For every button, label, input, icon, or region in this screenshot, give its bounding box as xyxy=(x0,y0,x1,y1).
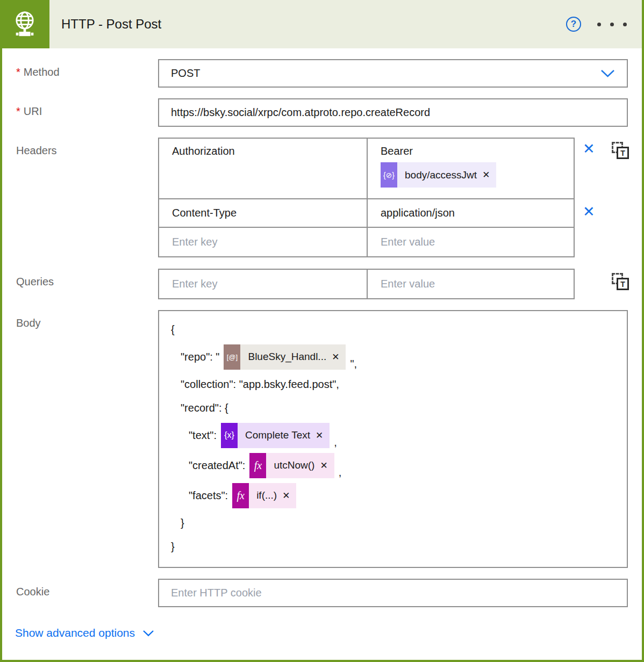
json-text: } xyxy=(171,541,175,553)
remove-token-icon[interactable]: ✕ xyxy=(282,490,290,501)
remove-token-icon[interactable]: ✕ xyxy=(316,430,323,441)
json-line-record-close: } xyxy=(171,511,616,535)
query-value-input[interactable] xyxy=(381,270,566,298)
remove-token-icon[interactable]: ✕ xyxy=(332,351,339,363)
remove-token-icon[interactable]: ✕ xyxy=(482,169,490,181)
json-line-collection: "collection": "app.bsky.feed.post", xyxy=(171,372,616,396)
header-new-key-cell[interactable] xyxy=(159,228,368,256)
globe-connector-icon xyxy=(10,9,40,39)
json-text: "repo": " xyxy=(181,351,219,363)
advanced-link-text: Show advanced options xyxy=(15,627,135,639)
expression-fx-icon: fx xyxy=(232,483,249,508)
header-value-input[interactable] xyxy=(381,228,566,256)
json-text: , xyxy=(334,436,337,450)
json-line-text: "text": {x} Complete Text ✕ , xyxy=(171,421,616,450)
http-connector-icon xyxy=(0,0,49,48)
header-new-value-cell[interactable] xyxy=(368,228,575,256)
cookie-label: Cookie xyxy=(16,579,158,607)
json-text: "createdAt": xyxy=(189,459,245,472)
required-marker: * xyxy=(16,105,20,117)
header-value-content-type[interactable]: application/json xyxy=(368,199,575,228)
token-label: Complete Text xyxy=(245,429,310,441)
token-label: body/accessJwt xyxy=(405,169,477,181)
json-line-close: } xyxy=(171,535,616,558)
delete-header-row1-button[interactable]: ✕ xyxy=(583,142,595,156)
queries-table xyxy=(158,269,575,299)
header-value-authorization[interactable]: Bearer {⊘} body/accessJwt ✕ xyxy=(368,139,575,199)
query-key-cell[interactable] xyxy=(159,270,368,298)
method-dropdown[interactable]: POST xyxy=(158,59,628,88)
headers-table: Authorization Bearer {⊘} body/accessJwt … xyxy=(158,138,575,257)
json-text: "record": { xyxy=(181,402,228,414)
ellipsis-icon xyxy=(610,23,614,26)
headers-table-wrap: Authorization Bearer {⊘} body/accessJwt … xyxy=(158,138,628,257)
header-key-content-type[interactable]: Content-Type xyxy=(159,199,368,228)
expression-fx-icon: fx xyxy=(249,453,266,478)
headers-label: Headers xyxy=(16,138,158,257)
token-if-expression[interactable]: fx if(...) ✕ xyxy=(232,483,296,508)
token-body-accessjwt[interactable]: {⊘} body/accessJwt ✕ xyxy=(381,162,496,188)
query-key-input[interactable] xyxy=(172,270,358,298)
json-text: { xyxy=(171,323,175,336)
token-label: BlueSky_Handl... xyxy=(248,351,326,363)
method-value: POST xyxy=(171,67,600,80)
cookie-row: Cookie xyxy=(16,579,628,607)
json-text: "facets": xyxy=(189,490,228,502)
uri-label: *URI xyxy=(16,98,158,127)
uri-input[interactable] xyxy=(158,98,628,127)
method-row: *Method POST xyxy=(16,59,628,88)
json-line-createdat: "createdAt": fx utcNow() ✕ , xyxy=(171,451,616,480)
token-label: if(...) xyxy=(256,490,277,501)
method-label-text: Method xyxy=(24,66,60,78)
header-key-input[interactable] xyxy=(172,228,358,256)
remove-token-icon[interactable]: ✕ xyxy=(320,460,327,471)
http-action-card: HTTP - Post Post ? *Method POST xyxy=(0,0,644,662)
uri-row: *URI xyxy=(16,98,628,127)
more-menu-button[interactable] xyxy=(597,16,627,32)
parameter-icon: [@] xyxy=(224,344,240,370)
queries-text-mode-button[interactable]: T xyxy=(611,272,630,291)
show-advanced-options-link[interactable]: Show advanced options xyxy=(15,627,154,639)
body-row: Body { "repo": " [@] BlueSky_Handl... ✕ … xyxy=(16,310,628,568)
ellipsis-icon xyxy=(623,23,627,26)
action-title: HTTP - Post Post xyxy=(61,17,566,32)
card-body: *Method POST *URI Headers Authorization xyxy=(2,48,642,639)
json-text: ", xyxy=(350,358,357,371)
json-line-repo: "repo": " [@] BlueSky_Handl... ✕ ", xyxy=(171,342,616,371)
text-mode-icon: T xyxy=(617,278,629,290)
token-bluesky-handle[interactable]: [@] BlueSky_Handl... ✕ xyxy=(224,344,346,370)
header-key-authorization[interactable]: Authorization xyxy=(159,139,368,199)
card-header[interactable]: HTTP - Post Post ? xyxy=(0,0,642,48)
queries-table-wrap: T xyxy=(158,269,628,299)
token-utcnow-expression[interactable]: fx utcNow() ✕ xyxy=(249,453,334,478)
headers-text-mode-button[interactable]: T xyxy=(611,141,630,160)
json-text: } xyxy=(181,517,184,529)
help-icon: ? xyxy=(566,17,581,32)
delete-header-row2-button[interactable]: ✕ xyxy=(583,205,595,219)
token-complete-text[interactable]: {x} Complete Text ✕ xyxy=(221,423,330,448)
help-button[interactable]: ? xyxy=(566,17,581,32)
queries-row: Queries T xyxy=(16,269,628,299)
queries-label: Queries xyxy=(16,269,158,299)
json-line-record-open: "record": { xyxy=(171,396,616,420)
text-mode-icon: T xyxy=(617,147,629,159)
chevron-down-icon xyxy=(600,69,615,78)
method-label: *Method xyxy=(16,59,158,88)
json-text: "collection": "app.bsky.feed.post", xyxy=(181,378,339,391)
headers-row: Headers Authorization Bearer {⊘} body/ac… xyxy=(16,138,628,257)
json-text: "text": xyxy=(189,429,217,442)
json-line-facets: "facets": fx if(...) ✕ xyxy=(171,481,616,510)
body-editor[interactable]: { "repo": " [@] BlueSky_Handl... ✕ ", "c… xyxy=(158,310,628,568)
variable-icon: {x} xyxy=(221,423,238,448)
chevron-down-icon xyxy=(142,630,154,637)
body-label: Body xyxy=(16,310,158,568)
required-marker: * xyxy=(16,66,20,78)
uri-label-text: URI xyxy=(24,105,42,117)
cookie-input[interactable] xyxy=(158,579,628,607)
dynamic-content-icon: {⊘} xyxy=(381,162,397,188)
header-value-text: Bearer xyxy=(381,145,566,157)
query-value-cell[interactable] xyxy=(368,270,575,298)
token-label: utcNow() xyxy=(274,459,314,471)
ellipsis-icon xyxy=(597,23,601,26)
json-text: , xyxy=(339,466,342,480)
